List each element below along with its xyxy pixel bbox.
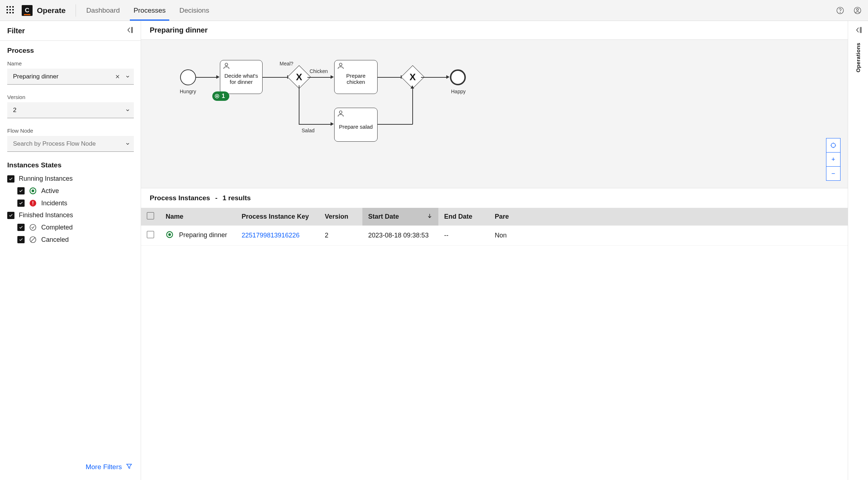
state-running[interactable]: Running Instances	[7, 175, 133, 183]
task-decide[interactable]: Decide what's for dinner	[220, 60, 263, 94]
task-salad[interactable]: Prepare salad	[334, 108, 378, 142]
svg-point-1	[840, 12, 840, 12]
svg-point-18	[168, 233, 171, 236]
incident-status-icon	[29, 199, 37, 207]
tab-decisions[interactable]: Decisions	[179, 1, 209, 20]
zoom-fit-button[interactable]	[826, 138, 841, 153]
nav-tabs: Dashboard Processes Decisions	[86, 1, 209, 20]
chevron-down-icon[interactable]	[125, 74, 130, 79]
row-checkbox[interactable]	[147, 231, 154, 238]
active-status-icon	[29, 187, 37, 195]
sort-desc-icon	[427, 213, 433, 220]
instances-count: 1 results	[222, 194, 251, 202]
task-label: Decide what's for dinner	[223, 73, 259, 85]
instances-summary: Process Instances - 1 results	[141, 188, 848, 208]
col-start-date[interactable]: Start Date	[362, 208, 438, 226]
state-canceled[interactable]: Canceled	[17, 236, 133, 244]
row-name: Preparing dinner	[179, 231, 227, 239]
flownode-label: Flow Node	[7, 128, 133, 134]
main-content: Preparing dinner Hungry Decide what's fo…	[141, 21, 848, 480]
chevron-down-icon[interactable]	[125, 108, 130, 113]
table-row[interactable]: Preparing dinner 2251799813916226 2 2023…	[141, 226, 848, 246]
state-incidents[interactable]: Incidents	[17, 199, 133, 207]
zoom-controls: + −	[826, 138, 841, 181]
state-label: Canceled	[41, 236, 69, 244]
brand-logo: C	[22, 5, 33, 16]
start-event[interactable]	[180, 69, 196, 85]
zoom-out-button[interactable]: −	[826, 166, 841, 181]
bpmn-diagram[interactable]: Hungry Decide what's for dinner 1 X Meal…	[141, 40, 848, 188]
chevron-down-icon[interactable]	[125, 141, 130, 146]
col-version[interactable]: Version	[319, 208, 362, 226]
filter-sidebar: Filter Process Name Preparing dinner Ver…	[0, 21, 141, 480]
name-label: Name	[7, 60, 133, 67]
clear-icon[interactable]	[115, 74, 120, 79]
svg-point-15	[339, 111, 342, 113]
svg-point-16	[831, 143, 835, 147]
flownode-select[interactable]: Search by Process Flow Node	[7, 136, 134, 152]
divider	[76, 4, 76, 17]
user-task-icon	[222, 62, 230, 71]
col-parent[interactable]: Pare	[489, 208, 848, 226]
row-version: 2	[319, 226, 362, 246]
process-section-title: Process	[7, 47, 133, 55]
process-title: Preparing dinner	[150, 26, 208, 34]
version-select[interactable]: 2	[7, 102, 134, 118]
end-event[interactable]	[450, 69, 466, 85]
zoom-in-button[interactable]: +	[826, 152, 841, 167]
row-parent: Non	[489, 226, 848, 246]
row-instance-key[interactable]: 2251799813916226	[236, 226, 319, 246]
select-all-checkbox[interactable]	[147, 212, 154, 219]
checkbox-icon[interactable]	[7, 175, 14, 183]
states-section-title: Instances States	[7, 161, 133, 169]
gateway-label: Meal?	[280, 61, 293, 67]
state-label: Completed	[41, 224, 73, 231]
collapse-sidebar-icon[interactable]	[125, 26, 133, 35]
svg-point-5	[31, 189, 34, 192]
chicken-path-label: Chicken	[310, 68, 328, 74]
token-count: 1	[222, 93, 225, 99]
version-label: Version	[7, 94, 133, 100]
checkbox-icon[interactable]	[17, 200, 25, 207]
task-label: Prepare salad	[339, 124, 373, 130]
checkbox-icon[interactable]	[7, 212, 14, 219]
user-task-icon	[337, 62, 345, 71]
col-key[interactable]: Process Instance Key	[236, 208, 319, 226]
app-switcher-icon[interactable]	[7, 6, 15, 15]
user-icon[interactable]	[854, 7, 861, 14]
operations-label: Operations	[855, 43, 861, 72]
separator: -	[215, 194, 217, 202]
state-finished[interactable]: Finished Instances	[7, 211, 133, 219]
state-active[interactable]: Active	[17, 187, 133, 195]
help-icon[interactable]	[836, 7, 844, 14]
gateway-join[interactable]: X	[404, 69, 421, 85]
tab-processes[interactable]: Processes	[133, 1, 166, 20]
state-completed[interactable]: Completed	[17, 223, 133, 231]
row-start: 2023-08-18 09:38:53	[362, 226, 438, 246]
col-end-date[interactable]: End Date	[438, 208, 489, 226]
app-title: Operate	[37, 6, 65, 15]
salad-path-label: Salad	[302, 128, 315, 133]
more-filters-button[interactable]: More Filters	[86, 463, 122, 471]
col-label: Start Date	[368, 213, 399, 220]
checkbox-icon[interactable]	[17, 236, 25, 243]
content-header: Preparing dinner	[141, 21, 848, 40]
svg-point-11	[225, 63, 227, 66]
start-event-label: Hungry	[180, 89, 196, 94]
filter-title: Filter	[7, 27, 25, 35]
state-label: Running Instances	[19, 175, 73, 183]
row-end: --	[438, 226, 489, 246]
filter-icon[interactable]	[125, 463, 133, 471]
canceled-status-icon	[29, 236, 37, 244]
checkbox-icon[interactable]	[17, 224, 25, 231]
completed-status-icon	[29, 223, 37, 231]
svg-point-9	[30, 224, 36, 231]
tab-dashboard[interactable]: Dashboard	[86, 1, 120, 20]
svg-rect-8	[33, 205, 33, 205]
expand-operations-icon[interactable]	[854, 26, 862, 35]
state-label: Incidents	[41, 200, 67, 207]
checkbox-icon[interactable]	[17, 187, 25, 194]
task-chicken[interactable]: Prepare chicken	[334, 60, 378, 94]
gateway-meal[interactable]: X	[291, 69, 307, 85]
col-name[interactable]: Name	[160, 208, 236, 226]
